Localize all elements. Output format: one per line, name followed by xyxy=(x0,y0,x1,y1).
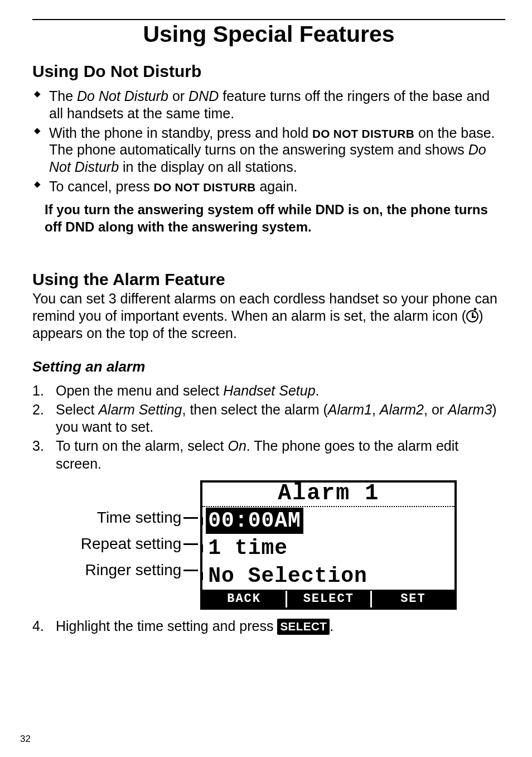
text: , or xyxy=(424,402,448,417)
lcd-softkey-bar: BACK SELECT SET xyxy=(202,590,454,607)
alarm-intro: You can set 3 different alarms on each c… xyxy=(32,290,505,343)
alarm-steps: Open the menu and select Handset Setup. … xyxy=(32,382,505,472)
text: Ringer setting xyxy=(85,562,182,578)
text: To turn on the alarm, select xyxy=(56,438,228,454)
text: Highlight the time setting and press xyxy=(56,618,277,634)
text: Open the menu and select xyxy=(56,383,223,398)
button-label-ref: DO NOT DISTURB xyxy=(312,127,414,140)
text-italic: Alarm Setting xyxy=(98,402,182,417)
lcd-time-value: 00:00AM xyxy=(206,508,303,534)
step-3: To turn on the alarm, select On. The pho… xyxy=(32,437,505,472)
page-title: Using Special Features xyxy=(32,21,505,47)
setting-alarm-heading: Setting an alarm xyxy=(32,358,505,375)
callout-repeat-setting: Repeat setting xyxy=(81,531,201,557)
step-4: Highlight the time setting and press SEL… xyxy=(32,618,505,635)
lcd-softkey-back: BACK xyxy=(202,591,286,607)
page-number: 32 xyxy=(20,734,31,745)
text: With the phone in standby, press and hol… xyxy=(49,125,312,141)
select-key-pill: SELECT xyxy=(277,619,330,635)
lcd-softkey-select: SELECT xyxy=(286,591,370,607)
lcd-callout-labels: Time setting Repeat setting Ringer setti… xyxy=(81,480,201,610)
alarm-clock-icon xyxy=(466,310,478,322)
dnd-note: If you turn the answering system off whi… xyxy=(45,201,502,235)
text: Select xyxy=(56,402,98,417)
text-italic: On xyxy=(228,438,246,454)
lcd-diagram: Time setting Repeat setting Ringer setti… xyxy=(32,480,505,610)
lcd-screen-title: Alarm 1 xyxy=(202,483,454,507)
alarm-heading: Using the Alarm Feature xyxy=(32,270,505,289)
step-2: Select Alarm Setting, then select the al… xyxy=(32,401,505,436)
lcd-ringer-value: No Selection xyxy=(205,564,371,588)
step-1: Open the menu and select Handset Setup. xyxy=(32,382,505,399)
text: , xyxy=(372,402,380,417)
lcd-softkey-set: SET xyxy=(370,591,455,607)
text: or xyxy=(168,88,188,104)
lcd-screen: Alarm 1 00:00AM 1 time No Selection BACK… xyxy=(200,480,457,610)
horizontal-rule xyxy=(32,19,505,20)
text: , then select the alarm ( xyxy=(182,402,328,417)
button-label-ref: DO NOT DISTURB xyxy=(154,181,256,194)
callout-time-setting: Time setting xyxy=(81,505,201,531)
text-italic: DND xyxy=(188,88,219,104)
text-italic: Alarm3 xyxy=(448,402,492,417)
text: . xyxy=(330,618,333,634)
text: The xyxy=(49,88,77,104)
dnd-bullet-2: With the phone in standby, press and hol… xyxy=(32,124,505,176)
text: again. xyxy=(255,179,297,194)
dnd-bullet-3: To cancel, press DO NOT DISTURB again. xyxy=(32,178,505,195)
text-italic: Do Not Disturb xyxy=(77,88,168,104)
text-italic: Alarm1 xyxy=(328,402,372,417)
text-italic: Handset Setup xyxy=(223,383,315,398)
text: Time setting xyxy=(97,510,181,525)
text-italic: Alarm2 xyxy=(380,402,424,417)
callout-ringer-setting: Ringer setting xyxy=(81,557,201,584)
dnd-bullet-list: The Do Not Disturb or DND feature turns … xyxy=(32,88,505,195)
lcd-repeat-value: 1 time xyxy=(205,536,291,560)
text: . xyxy=(316,383,320,398)
text: To cancel, press xyxy=(49,179,154,194)
dnd-bullet-1: The Do Not Disturb or DND feature turns … xyxy=(32,88,505,122)
dnd-heading: Using Do Not Disturb xyxy=(32,62,505,81)
text: Repeat setting xyxy=(81,536,182,552)
text: You can set 3 different alarms on each c… xyxy=(32,291,497,324)
text: in the display on all stations. xyxy=(119,159,297,175)
alarm-steps-cont: Highlight the time setting and press SEL… xyxy=(32,618,505,635)
